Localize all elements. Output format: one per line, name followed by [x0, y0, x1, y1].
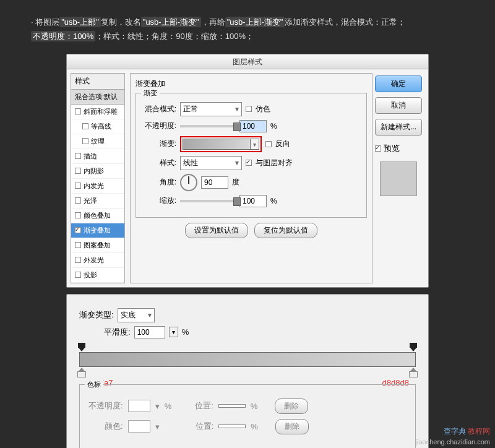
style-item-9[interactable]: 图案叠加 — [71, 238, 124, 253]
style-list: 样式 混合选项:默认 斜面和浮雕等高线纹理描边内阴影内发光光泽颜色叠加渐变叠加图… — [71, 73, 125, 283]
style-item-checkbox[interactable] — [82, 138, 88, 144]
gradient-preview[interactable] — [183, 139, 251, 150]
stop-color-label: 颜色: — [105, 421, 123, 432]
smoothness-stepper-icon[interactable]: ▾ — [169, 327, 178, 337]
style-item-label: 颜色叠加 — [84, 211, 111, 220]
blend-options-item[interactable]: 混合选项:默认 — [71, 90, 124, 105]
stop-position-label: 位置: — [195, 400, 213, 411]
style-item-checkbox[interactable] — [75, 183, 81, 189]
opacity-input[interactable]: 100 — [239, 120, 267, 132]
preview-swatch — [380, 162, 417, 196]
preview-checkbox[interactable] — [375, 145, 381, 152]
opacity-stop-left[interactable] — [77, 343, 86, 351]
reverse-checkbox[interactable] — [265, 141, 272, 147]
gradient-picker-highlight: ▾ — [180, 136, 262, 152]
instruction-text: · 将图层"usb-上部"复制，改名"usb-上部-渐变"，再给"usb-上部-… — [0, 0, 495, 51]
ok-button[interactable]: 确定 — [375, 75, 422, 92]
style-item-label: 纹理 — [91, 137, 105, 146]
style-select[interactable]: 线性 — [180, 156, 242, 170]
style-item-label: 渐变叠加 — [84, 226, 111, 235]
style-item-label: 内发光 — [84, 181, 104, 191]
style-item-label: 描边 — [84, 152, 97, 161]
style-label: 样式: — [142, 158, 176, 168]
style-item-checkbox[interactable] — [75, 108, 81, 114]
style-item-7[interactable]: 颜色叠加 — [71, 209, 124, 223]
style-item-5[interactable]: 内发光 — [71, 179, 124, 194]
style-item-label: 斜面和浮雕 — [84, 107, 118, 116]
style-item-checkbox[interactable] — [75, 227, 81, 233]
align-checkbox[interactable] — [246, 160, 252, 166]
style-item-checkbox[interactable] — [75, 242, 81, 248]
stop-opacity-input[interactable] — [128, 400, 150, 412]
scale-slider[interactable] — [180, 200, 236, 202]
stop-color-swatch[interactable] — [128, 420, 150, 433]
stop-position-input[interactable] — [218, 404, 246, 408]
style-item-checkbox[interactable] — [82, 123, 88, 129]
angle-input[interactable]: 90 — [201, 176, 228, 189]
fieldset-legend: 渐变 — [141, 88, 160, 98]
color-stop-right[interactable] — [409, 368, 418, 376]
preview-label: 预览 — [384, 143, 400, 154]
style-item-checkbox[interactable] — [75, 168, 81, 174]
new-style-button[interactable]: 新建样式... — [375, 119, 422, 136]
style-item-label: 内阴影 — [84, 166, 104, 176]
watermark-brand: 查字典 教程网 — [444, 426, 490, 437]
smoothness-input[interactable]: 100 — [134, 326, 165, 338]
blend-mode-label: 混合模式: — [142, 104, 176, 114]
style-item-label: 等高线 — [91, 122, 111, 131]
gradient-editor-dialog: 渐变类型: 实底 平滑度: 100 ▾ % a8a7a7 d8d8d8 色标 不… — [66, 294, 429, 448]
panel-title: 渐变叠加 — [136, 79, 367, 89]
style-item-0[interactable]: 斜面和浮雕 — [71, 105, 124, 119]
reset-default-button[interactable]: 复位为默认值 — [254, 223, 317, 238]
angle-dial[interactable] — [180, 174, 197, 191]
styles-header[interactable]: 样式 — [71, 74, 124, 90]
gradient-label: 渐变: — [142, 139, 176, 149]
style-item-10[interactable]: 外发光 — [71, 253, 124, 268]
gradient-type-label: 渐变类型: — [79, 309, 114, 321]
style-item-checkbox[interactable] — [75, 197, 81, 204]
style-item-label: 外发光 — [84, 256, 104, 265]
scale-input[interactable]: 100 — [239, 195, 267, 207]
watermark-url: jiaocheng.chazidian.com — [416, 438, 490, 446]
gradient-type-select[interactable]: 实底 — [118, 308, 155, 322]
dither-label: 仿色 — [256, 104, 270, 114]
opacity-label: 不透明度: — [142, 121, 176, 131]
style-item-label: 投影 — [84, 270, 97, 280]
style-item-checkbox[interactable] — [75, 153, 81, 159]
opacity-stop-right[interactable] — [409, 343, 418, 351]
scale-label: 缩放: — [142, 196, 176, 206]
gradient-overlay-panel: 渐变叠加 渐变 混合模式: 正常 仿色 不透明度: 100 % 渐变: — [130, 73, 372, 283]
stop-opacity-label: 不透明度: — [88, 400, 123, 411]
style-item-checkbox[interactable] — [75, 257, 81, 263]
set-default-button[interactable]: 设置为默认值 — [185, 223, 248, 238]
gradient-bar[interactable]: a8a7a7 d8d8d8 — [79, 352, 416, 367]
smoothness-label: 平滑度: — [104, 327, 131, 338]
align-label: 与图层对齐 — [256, 158, 293, 168]
style-item-6[interactable]: 光泽 — [71, 194, 124, 209]
angle-label: 角度: — [142, 177, 176, 187]
stop-color-position-input[interactable] — [218, 424, 246, 428]
delete-color-stop-button[interactable]: 删除 — [275, 419, 309, 434]
stop-color-position-label: 位置: — [196, 421, 214, 432]
dialog-title: 图层样式 — [67, 54, 428, 69]
opacity-slider[interactable] — [180, 125, 236, 127]
cancel-button[interactable]: 取消 — [375, 97, 422, 114]
style-item-checkbox[interactable] — [75, 212, 81, 218]
reverse-label: 反向 — [275, 139, 290, 149]
style-item-checkbox[interactable] — [75, 272, 81, 278]
blend-mode-select[interactable]: 正常 — [180, 102, 242, 116]
style-item-1[interactable]: 等高线 — [71, 119, 124, 134]
style-item-8[interactable]: 渐变叠加 — [71, 223, 124, 238]
color-stop-left[interactable] — [77, 368, 86, 376]
style-item-4[interactable]: 内阴影 — [71, 164, 124, 179]
style-item-label: 光泽 — [84, 196, 97, 205]
style-item-11[interactable]: 投影 — [71, 268, 124, 283]
stops-legend: 色标 — [85, 380, 103, 389]
style-item-3[interactable]: 描边 — [71, 149, 124, 164]
delete-opacity-stop-button[interactable]: 删除 — [275, 398, 308, 414]
style-item-2[interactable]: 纹理 — [71, 134, 124, 149]
layer-style-dialog: 图层样式 样式 混合选项:默认 斜面和浮雕等高线纹理描边内阴影内发光光泽颜色叠加… — [66, 54, 429, 288]
gradient-dropdown-icon[interactable]: ▾ — [251, 139, 259, 150]
dither-checkbox[interactable] — [246, 106, 252, 112]
style-item-label: 图案叠加 — [84, 241, 111, 250]
